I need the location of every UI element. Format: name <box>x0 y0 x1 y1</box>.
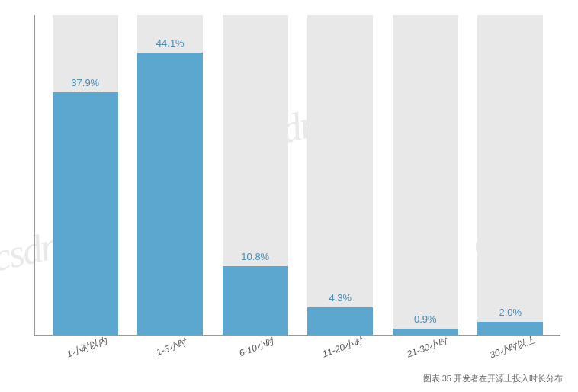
bar-value-label: 44.1% <box>156 37 185 49</box>
bar-fill: 44.1% <box>137 53 203 335</box>
bar-value-label: 10.8% <box>241 251 269 262</box>
bar-fill: 4.3% <box>307 307 373 335</box>
bar-value-label: 0.9% <box>414 313 437 325</box>
bar-slot: 4.3% <box>307 15 373 335</box>
x-tick-label: 6-10小时 <box>224 330 291 365</box>
bar-value-label: 37.9% <box>71 77 99 88</box>
bar-value-label: 2.0% <box>499 307 522 318</box>
bar-value-label: 4.3% <box>329 292 352 304</box>
bar-fill: 10.8% <box>223 266 288 336</box>
bar-slot: 37.9% <box>53 15 118 335</box>
bar-fill: 37.9% <box>53 92 118 335</box>
x-axis-labels: 1小时以内 1-5小时 6-10小时 11-20小时 21-30小时 30小时以… <box>34 337 560 355</box>
bar-slot: 0.9% <box>393 15 458 335</box>
bar-slot: 10.8% <box>223 15 288 335</box>
x-tick-label: 11-20小时 <box>309 330 375 365</box>
bar-slot: 2.0% <box>477 15 543 335</box>
x-tick-label: 21-30小时 <box>394 330 461 365</box>
x-tick-label: 1小时以内 <box>53 330 120 365</box>
chart-plot-area: 37.9% 44.1% 10.8% 4.3% 0.9% 2.0% <box>34 15 560 336</box>
x-tick-label: 30小时以上 <box>480 330 546 365</box>
chart-caption: 图表 35 开发者在开源上投入时长分布 <box>423 373 563 384</box>
bar-slot: 44.1% <box>137 15 203 335</box>
bars-container: 37.9% 44.1% 10.8% 4.3% 0.9% 2.0% <box>35 15 560 335</box>
x-tick-label: 1-5小时 <box>139 330 205 365</box>
